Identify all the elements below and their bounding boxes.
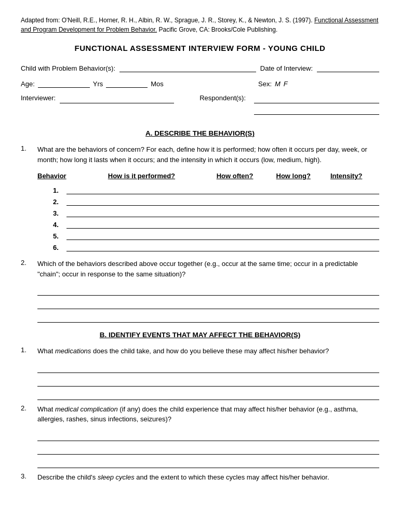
- q2-answer-area: [37, 285, 379, 323]
- q1-text: What are the behaviors of concern? For e…: [37, 144, 379, 165]
- behavior-row-2-field[interactable]: [66, 196, 379, 206]
- form-title: FUNCTIONAL ASSESSMENT INTERVIEW FORM - Y…: [21, 44, 379, 52]
- q2-answer-line-1[interactable]: [37, 285, 379, 296]
- b-q1-answer-area: [37, 363, 379, 400]
- col-how-often: How often?: [217, 171, 276, 182]
- table-row: 1.: [53, 185, 379, 194]
- col-intensity: Intensity?: [330, 171, 379, 182]
- table-row: 2.: [53, 196, 379, 206]
- child-date-row: Child with Problem Behavior(s): Date of …: [21, 63, 379, 72]
- section-b-title: B. IDENTIFY EVENTS THAT MAY AFFECT THE B…: [21, 331, 379, 339]
- age-field[interactable]: [38, 78, 90, 88]
- respondent-block: [254, 94, 379, 117]
- table-row: 3.: [53, 208, 379, 217]
- section-b-q3: 3. Describe the child's sleep cycles and…: [21, 472, 379, 483]
- sex-label: Sex:: [258, 80, 272, 88]
- respondent-field-2[interactable]: [254, 105, 379, 115]
- date-label: Date of Interview:: [260, 64, 313, 72]
- behavior-row-5-field[interactable]: [66, 231, 379, 240]
- table-row: 5.: [53, 231, 379, 240]
- citation: Adapted from: O'Neill, R.E., Horner, R. …: [21, 16, 379, 34]
- child-name-field[interactable]: [119, 63, 256, 72]
- b-q2-text: What medical complication (if any) does …: [37, 404, 379, 424]
- yrs-label: Yrs: [93, 80, 103, 88]
- b-q2-answer-area: [37, 431, 379, 468]
- citation-text2: Pacific Grove, CA: Brooks/Cole Publishin…: [158, 26, 277, 33]
- behavior-row-6-field[interactable]: [66, 242, 379, 251]
- table-row: 4.: [53, 219, 379, 229]
- interviewer-label: Interviewer:: [21, 94, 56, 102]
- q2-answer-line-2[interactable]: [37, 299, 379, 309]
- respondent-label: Respondent(s):: [199, 94, 246, 102]
- b-q3-num: 3.: [21, 472, 33, 483]
- section-b-q1: 1. What medications does the child take,…: [21, 346, 379, 356]
- sex-m: M: [275, 80, 281, 88]
- table-row: 6.: [53, 242, 379, 251]
- interviewer-field[interactable]: [60, 94, 174, 103]
- b-q2-answer-line-3[interactable]: [37, 458, 379, 468]
- section-a-q1: 1. What are the behaviors of concern? Fo…: [21, 144, 379, 165]
- b-q3-text: Describe the child's sleep cycles and th…: [37, 472, 379, 483]
- behavior-table-container: Behavior How is it performed? How often?…: [37, 171, 379, 251]
- b-q1-answer-line-3[interactable]: [37, 390, 379, 400]
- q2-num: 2.: [21, 259, 33, 279]
- behavior-table: Behavior How is it performed? How often?…: [37, 171, 379, 182]
- respondent-field-1[interactable]: [254, 94, 379, 103]
- age-label: Age:: [21, 80, 35, 88]
- col-how-performed: How is it performed?: [108, 171, 217, 182]
- section-a-q2: 2. Which of the behaviors described abov…: [21, 259, 379, 279]
- date-field[interactable]: [317, 63, 379, 72]
- mos-label: Mos: [151, 80, 164, 88]
- col-behavior: Behavior: [37, 171, 108, 182]
- q2-answer-line-3[interactable]: [37, 312, 379, 323]
- behavior-row-1-field[interactable]: [66, 185, 379, 194]
- age-sex-row: Age: Yrs Mos Sex: M F: [21, 78, 379, 88]
- b-q1-text: What medications does the child take, an…: [37, 346, 379, 356]
- behavior-row-4-field[interactable]: [66, 219, 379, 229]
- b-q2-num: 2.: [21, 404, 33, 424]
- behavior-row-3-field[interactable]: [66, 208, 379, 217]
- col-how-long: How long?: [276, 171, 330, 182]
- child-label: Child with Problem Behavior(s):: [21, 64, 115, 72]
- behavior-rows: 1. 2. 3. 4. 5. 6.: [53, 185, 379, 251]
- section-a-title: A. DESCRIBE THE BEHAVIOR(S): [21, 129, 379, 137]
- section-b-q2: 2. What medical complication (if any) do…: [21, 404, 379, 424]
- table-header-row: Behavior How is it performed? How often?…: [37, 171, 379, 182]
- b-q1-answer-line-2[interactable]: [37, 376, 379, 387]
- b-q1-answer-line-1[interactable]: [37, 363, 379, 373]
- q2-text: Which of the behaviors described above o…: [37, 259, 379, 279]
- sex-row: Sex: M F: [258, 80, 288, 88]
- citation-text1: Adapted from: O'Neill, R.E., Horner, R. …: [21, 17, 313, 24]
- interviewer-respondent-row: Interviewer: Respondent(s):: [21, 94, 379, 117]
- b-q1-num: 1.: [21, 346, 33, 356]
- yrs-field[interactable]: [106, 78, 148, 88]
- b-q2-answer-line-1[interactable]: [37, 431, 379, 441]
- q1-num: 1.: [21, 144, 33, 165]
- b-q2-answer-line-2[interactable]: [37, 444, 379, 455]
- sex-f: F: [284, 80, 288, 88]
